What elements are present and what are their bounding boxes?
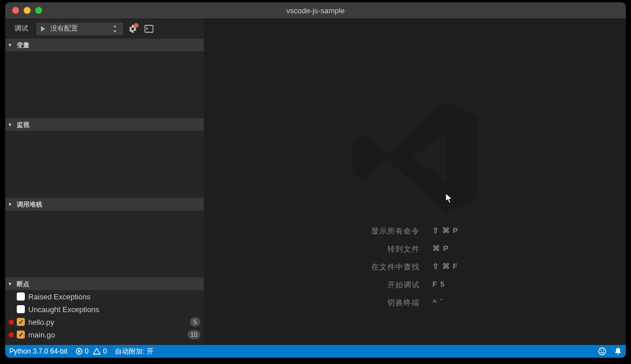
breakpoint-checkbox[interactable] bbox=[17, 331, 25, 339]
status-warnings-count: 0 bbox=[103, 347, 107, 355]
status-python[interactable]: Python 3.7.0 64-bit bbox=[5, 345, 72, 358]
breakpoint-label: hello.py bbox=[28, 318, 186, 327]
shortcut-key: ^ ` bbox=[432, 298, 458, 308]
breakpoint-label: Uncaught Exceptions bbox=[28, 305, 200, 314]
debug-console-button[interactable] bbox=[143, 22, 155, 35]
breakpoint-label: Raised Exceptions bbox=[28, 292, 200, 301]
shortcut-key: F 5 bbox=[432, 280, 458, 290]
status-autoattach[interactable]: 自动附加: 开 bbox=[111, 345, 158, 358]
panel-variables: ▾ 变量 bbox=[5, 39, 204, 118]
smiley-icon bbox=[598, 347, 606, 355]
minimize-window-button[interactable] bbox=[24, 7, 31, 14]
panel-title-callstack: 调用堆栈 bbox=[17, 200, 42, 209]
breakpoint-dot-icon bbox=[9, 332, 14, 337]
status-feedback[interactable] bbox=[594, 345, 610, 358]
start-debug-icon[interactable] bbox=[36, 25, 49, 32]
breakpoint-dot-icon bbox=[9, 320, 14, 325]
shortcut-label: 切换终端 bbox=[371, 298, 420, 308]
panel-header-variables[interactable]: ▾ 变量 bbox=[5, 39, 204, 51]
error-icon bbox=[76, 348, 83, 355]
shortcut-label: 转到文件 bbox=[371, 244, 420, 254]
debug-config-label: 没有配置 bbox=[49, 24, 113, 33]
breakpoint-checkbox[interactable] bbox=[17, 305, 25, 313]
chevron-down-icon: ▾ bbox=[9, 122, 14, 127]
vscode-logo-watermark-icon bbox=[346, 88, 484, 226]
svg-rect-0 bbox=[145, 25, 153, 32]
status-problems[interactable]: 0 0 bbox=[72, 345, 111, 358]
breakpoint-label: main.go bbox=[28, 331, 184, 339]
chevron-down-icon: ▾ bbox=[9, 42, 14, 48]
panel-title-watch: 监视 bbox=[17, 121, 29, 129]
debug-sidebar: 调试 没有配置 bbox=[5, 18, 204, 345]
shortcut-label: 开始调试 bbox=[371, 280, 420, 290]
window-title: vscode-js-sample bbox=[5, 6, 626, 15]
panel-header-breakpoints[interactable]: ▾ 断点 bbox=[5, 277, 204, 290]
titlebar: vscode-js-sample bbox=[5, 2, 626, 18]
svg-point-2 bbox=[599, 348, 606, 355]
svg-point-4 bbox=[603, 350, 604, 351]
panel-title-breakpoints: 断点 bbox=[17, 280, 29, 288]
panel-header-callstack[interactable]: ▾ 调用堆栈 bbox=[5, 198, 204, 211]
warning-icon bbox=[93, 348, 100, 355]
status-notifications[interactable] bbox=[610, 345, 626, 358]
debug-config-select[interactable]: 没有配置 bbox=[36, 22, 123, 35]
breakpoint-row[interactable]: Raised Exceptions bbox=[5, 290, 204, 303]
debug-console-icon bbox=[144, 25, 154, 33]
panel-body-watch bbox=[5, 131, 204, 198]
window: vscode-js-sample 调试 没有配置 bbox=[5, 2, 626, 358]
welcome-shortcuts: 显示所有命令⇧ ⌘ P转到文件⌘ P在文件中查找⇧ ⌘ F开始调试F 5切换终端… bbox=[371, 226, 458, 308]
traffic-lights bbox=[5, 7, 42, 14]
breakpoint-row[interactable]: Uncaught Exceptions bbox=[5, 303, 204, 316]
shortcut-label: 在文件中查找 bbox=[371, 262, 420, 272]
status-bar: Python 3.7.0 64-bit 0 0 自动附加: 开 bbox=[5, 345, 626, 358]
svg-point-3 bbox=[600, 350, 602, 351]
status-python-label: Python 3.7.0 64-bit bbox=[9, 347, 68, 355]
main-area: 调试 没有配置 bbox=[5, 18, 626, 345]
panel-title-variables: 变量 bbox=[17, 41, 29, 50]
config-warning-dot-icon bbox=[134, 23, 139, 28]
breakpoint-checkbox[interactable] bbox=[17, 292, 25, 301]
panel-breakpoints: ▾ 断点 Raised ExceptionsUncaught Exception… bbox=[5, 277, 204, 345]
editor-area: 显示所有命令⇧ ⌘ P转到文件⌘ P在文件中查找⇧ ⌘ F开始调试F 5切换终端… bbox=[204, 18, 626, 345]
panel-body-breakpoints: Raised ExceptionsUncaught Exceptionshell… bbox=[5, 290, 204, 345]
debug-header: 调试 没有配置 bbox=[5, 18, 204, 39]
shortcut-key: ⇧ ⌘ P bbox=[432, 226, 458, 237]
debug-configure-button[interactable] bbox=[126, 22, 139, 35]
breakpoint-row[interactable]: main.go10 bbox=[5, 328, 204, 341]
breakpoint-line-badge: 10 bbox=[188, 330, 200, 339]
panel-body-callstack bbox=[5, 211, 204, 277]
shortcut-key: ⌘ P bbox=[432, 244, 458, 254]
panel-watch: ▾ 监视 bbox=[5, 118, 204, 198]
breakpoint-row[interactable]: hello.py5 bbox=[5, 316, 204, 328]
close-window-button[interactable] bbox=[12, 7, 19, 14]
chevron-down-icon: ▾ bbox=[9, 201, 14, 207]
panel-header-watch[interactable]: ▾ 监视 bbox=[5, 118, 204, 131]
chevron-down-icon: ▾ bbox=[9, 281, 14, 287]
breakpoint-checkbox[interactable] bbox=[17, 318, 25, 326]
shortcut-label: 显示所有命令 bbox=[371, 226, 420, 237]
breakpoint-line-badge: 5 bbox=[190, 317, 200, 327]
bell-icon bbox=[614, 347, 622, 355]
panel-body-variables bbox=[5, 51, 204, 118]
debug-title: 调试 bbox=[10, 24, 33, 33]
panel-callstack: ▾ 调用堆栈 bbox=[5, 198, 204, 277]
shortcut-key: ⇧ ⌘ F bbox=[432, 262, 458, 272]
status-autoattach-label: 自动附加: 开 bbox=[115, 347, 154, 357]
status-errors-count: 0 bbox=[85, 347, 89, 355]
chevron-updown-icon bbox=[113, 25, 123, 32]
maximize-window-button[interactable] bbox=[35, 7, 42, 14]
